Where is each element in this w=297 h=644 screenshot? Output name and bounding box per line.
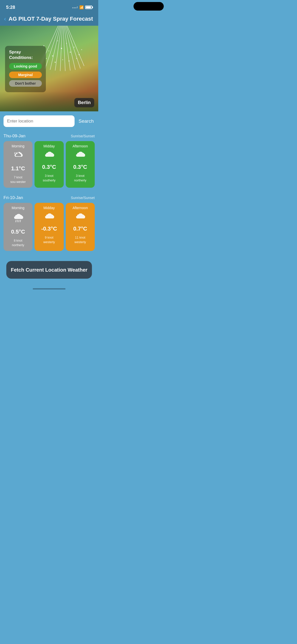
fetch-location-button[interactable]: Fetch Current Location Weather	[6, 261, 92, 279]
cloud-rain-icon	[13, 213, 24, 226]
card-temp: 0.5°C	[11, 229, 25, 235]
svg-point-21	[55, 62, 56, 63]
forecast-section-0: Thu-09-JanSunrise/SunsetMorning 1.1°C7 k…	[0, 131, 98, 188]
forecast-cards-1: Morning 0.5°C8 knotnortherlyMidday -0.3°…	[4, 203, 95, 251]
svg-point-13	[57, 41, 58, 41]
fetch-button-area: Fetch Current Location Weather	[0, 256, 98, 286]
svg-point-14	[61, 48, 62, 49]
svg-point-22	[62, 59, 63, 60]
forecast-section-1: Fri-10-JanSunrise/SunsetMorning 0.5°C8 k…	[0, 193, 98, 251]
cloud-icon	[44, 213, 55, 222]
weather-card-1-1: Midday -0.3°C9 knotwesterly	[35, 203, 63, 251]
card-temp: -0.3°C	[41, 226, 57, 232]
weather-card-0-2: Afternoon 0.3°C3 knotnortherly	[66, 141, 95, 188]
svg-point-12	[52, 55, 53, 56]
card-wind: 8 knotnortherly	[12, 239, 24, 247]
svg-point-18	[79, 54, 80, 55]
card-wind: 9 knotwesterly	[43, 236, 55, 244]
svg-line-9	[63, 26, 84, 66]
cloud-icon	[75, 151, 86, 161]
card-temp: 1.1°C	[11, 165, 25, 172]
card-temp: 0.3°C	[73, 164, 87, 170]
card-temp: 0.7°C	[73, 226, 87, 232]
status-icons: 📶	[72, 5, 92, 9]
svg-line-26	[17, 220, 18, 222]
svg-point-11	[49, 51, 49, 51]
home-indicator	[0, 286, 98, 295]
svg-line-28	[20, 220, 21, 222]
legend-badge-good: Looking good	[9, 63, 42, 70]
legend-title: SprayConditions:	[9, 49, 42, 60]
card-period: Afternoon	[73, 144, 88, 148]
weather-card-1-2: Afternoon 0.7°C11 knotwesterly	[66, 203, 95, 251]
svg-point-16	[70, 52, 71, 53]
nav-bar: ‹ AG PILOT 7-Day Spray Forecast	[0, 14, 98, 26]
search-button[interactable]: Search	[78, 117, 95, 125]
svg-point-15	[66, 43, 67, 44]
signal-icon	[72, 6, 78, 8]
card-period: Midday	[43, 206, 55, 210]
sunrise-sunset-1: Sunrise/Sunset	[71, 196, 95, 200]
cloud-night-icon	[13, 151, 24, 162]
weather-card-0-1: Midday 0.3°C3 knotsoutherly	[35, 141, 63, 188]
card-wind: 3 knotnortherly	[74, 174, 86, 183]
forecast-cards-0: Morning 1.1°C7 knotsou-westerMidday 0.3°…	[4, 141, 95, 188]
card-period: Afternoon	[73, 206, 88, 210]
status-time: 5:28	[6, 5, 15, 10]
wifi-icon: 📶	[79, 5, 84, 9]
forecast-header-1: Fri-10-JanSunrise/Sunset	[4, 195, 95, 200]
sunrise-sunset-0: Sunrise/Sunset	[71, 134, 95, 138]
legend-badge-dontbother: Don't bother	[9, 80, 42, 87]
svg-line-1	[45, 26, 63, 69]
forecast-container: Thu-09-JanSunrise/SunsetMorning 1.1°C7 k…	[0, 131, 98, 251]
forecast-date-1: Fri-10-Jan	[4, 195, 23, 200]
card-period: Morning	[12, 206, 24, 210]
status-bar: 5:28 📶	[0, 0, 98, 14]
svg-point-17	[74, 47, 75, 48]
weather-card-1-0: Morning 0.5°C8 knotnortherly	[4, 203, 32, 251]
search-input[interactable]	[4, 115, 75, 127]
page-title: AG PILOT 7-Day Spray Forecast	[9, 16, 93, 22]
legend-box: SprayConditions: Looking good Marginal D…	[5, 46, 46, 92]
svg-point-23	[69, 60, 70, 61]
legend-item-good: Looking good	[9, 63, 42, 70]
forecast-header-0: Thu-09-JanSunrise/Sunset	[4, 134, 95, 139]
card-wind: 3 knotsoutherly	[43, 174, 56, 183]
svg-point-24	[76, 58, 77, 59]
weather-card-0-0: Morning 1.1°C7 knotsou-wester	[4, 141, 32, 188]
svg-line-27	[19, 220, 19, 222]
legend-item-dontbother: Don't bother	[9, 80, 42, 87]
svg-line-8	[63, 26, 80, 69]
card-temp: 0.3°C	[42, 164, 56, 170]
battery-icon	[85, 6, 92, 9]
svg-point-19	[81, 49, 82, 50]
home-bar	[33, 288, 65, 289]
search-area: Search	[0, 111, 98, 131]
legend-badge-marginal: Marginal	[9, 72, 42, 78]
svg-line-25	[16, 220, 16, 222]
card-wind: 11 knotwesterly	[74, 236, 86, 244]
cloud-icon	[75, 213, 86, 222]
hero-image: SprayConditions: Looking good Marginal D…	[0, 26, 98, 111]
location-badge[interactable]: Berlin	[74, 98, 94, 107]
back-button[interactable]: ‹	[4, 16, 6, 22]
svg-point-20	[46, 58, 47, 59]
legend-item-marginal: Marginal	[9, 72, 42, 78]
card-wind: 7 knotsou-wester	[10, 175, 26, 184]
cloud-icon	[44, 151, 55, 161]
card-period: Midday	[43, 144, 55, 148]
forecast-date-0: Thu-09-Jan	[4, 134, 25, 139]
card-period: Morning	[12, 144, 24, 148]
